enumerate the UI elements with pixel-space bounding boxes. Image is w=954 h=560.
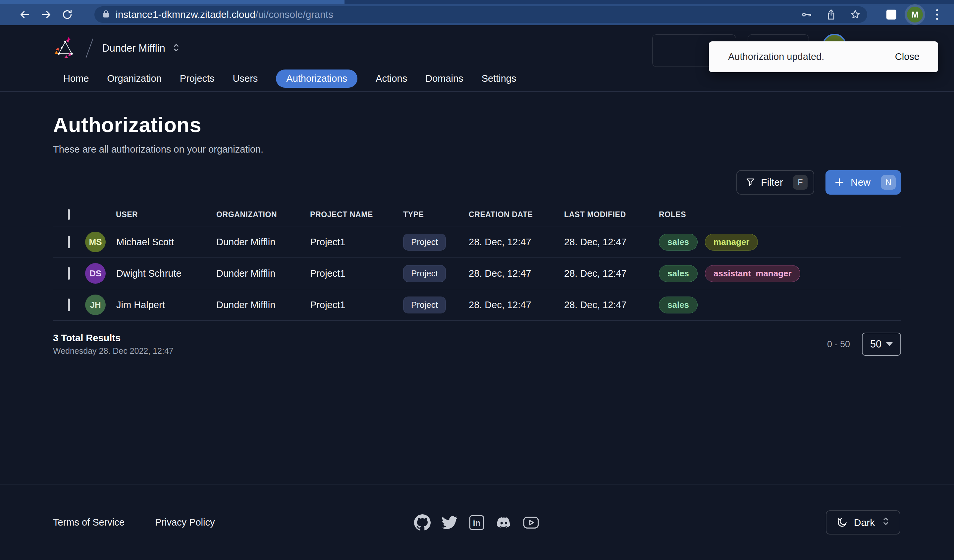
page-footer: Terms of Service Privacy Policy in [0, 485, 954, 560]
table-header-row: USER ORGANIZATION PROJECT NAME TYPE CREA… [53, 203, 901, 226]
linkedin-glyph: in [469, 515, 484, 530]
url-path: /ui/console/grants [256, 9, 333, 20]
org-switcher-icon[interactable] [172, 43, 181, 54]
org-name[interactable]: Dunder Mifflin [102, 42, 165, 54]
github-icon[interactable] [414, 514, 431, 531]
filter-label: Filter [761, 177, 783, 188]
col-roles: ROLES [659, 210, 901, 219]
page-size-select[interactable]: 50 [862, 333, 901, 356]
new-label: New [851, 177, 871, 188]
theme-unfold-icon [881, 516, 890, 529]
nav-organization[interactable]: Organization [107, 70, 161, 88]
toast-message: Authorization updated. [728, 51, 824, 62]
browser-controls: M [887, 6, 941, 22]
role-badge: sales [659, 297, 698, 313]
linkedin-icon[interactable]: in [468, 514, 485, 531]
type-badge: Project [403, 297, 446, 313]
nav-authorizations[interactable]: Authorizations [276, 70, 357, 88]
user-name: Dwight Schrute [116, 268, 182, 279]
refresh-icon [62, 9, 73, 20]
twitter-icon[interactable] [441, 514, 458, 531]
results-timestamp: Wednesday 28. Dec 2022, 12:47 [53, 346, 173, 356]
table-row[interactable]: DS Dwight Schrute Dunder Mifflin Project… [53, 258, 901, 289]
last-modified-cell: 28. Dec, 12:47 [564, 236, 659, 247]
chevron-down-icon [886, 342, 893, 346]
last-modified-cell: 28. Dec, 12:47 [564, 268, 659, 279]
browser-forward-button[interactable] [36, 6, 57, 23]
zitadel-logo-icon[interactable] [53, 36, 78, 61]
bookmark-star-icon[interactable] [850, 9, 860, 20]
nav-users[interactable]: Users [233, 70, 258, 88]
avatar: JH [85, 294, 106, 315]
nav-home[interactable]: Home [63, 70, 89, 88]
creation-date-cell: 28. Dec, 12:47 [469, 268, 564, 279]
col-last-modified: LAST MODIFIED [564, 210, 659, 219]
side-panel-icon[interactable] [887, 9, 896, 20]
page-range: 0 - 50 [827, 339, 850, 350]
creation-date-cell: 28. Dec, 12:47 [469, 236, 564, 247]
url-domain: instance1-dkmnzw.zitadel.cloud [115, 9, 256, 20]
creation-date-cell: 28. Dec, 12:47 [469, 300, 564, 310]
select-all-checkbox[interactable] [68, 209, 70, 220]
authorizations-table: USER ORGANIZATION PROJECT NAME TYPE CREA… [53, 203, 901, 321]
theme-label: Dark [854, 517, 875, 528]
organization-cell: Dunder Mifflin [216, 300, 310, 310]
type-badge: Project [403, 234, 446, 250]
nav-actions[interactable]: Actions [376, 70, 407, 88]
url-text: instance1-dkmnzw.zitadel.cloud/ui/consol… [115, 9, 801, 20]
youtube-icon[interactable] [523, 514, 539, 531]
col-type: TYPE [403, 210, 469, 219]
social-links: in [414, 514, 539, 531]
role-badge: sales [659, 234, 698, 250]
col-project-name: PROJECT NAME [310, 210, 403, 219]
nav-domains[interactable]: Domains [426, 70, 463, 88]
organization-cell: Dunder Mifflin [216, 236, 310, 247]
forward-arrow-icon [41, 9, 51, 20]
brand-divider [83, 37, 95, 60]
table-actions: Filter F New N [53, 170, 901, 194]
type-badge: Project [403, 265, 446, 282]
privacy-link[interactable]: Privacy Policy [155, 517, 215, 528]
row-checkbox[interactable] [68, 267, 70, 280]
nav-settings[interactable]: Settings [482, 70, 516, 88]
row-checkbox[interactable] [68, 236, 70, 248]
discord-icon[interactable] [496, 514, 512, 531]
filter-funnel-icon [745, 177, 756, 188]
table-row[interactable]: MS Michael Scott Dunder Mifflin Project1… [53, 226, 901, 258]
key-icon[interactable] [801, 9, 812, 20]
toast-close-button[interactable]: Close [895, 51, 920, 62]
organization-cell: Dunder Mifflin [216, 268, 310, 279]
table-row[interactable]: JH Jim Halpert Dunder Mifflin Project1 P… [53, 289, 901, 321]
role-badge: assistant_manager [705, 265, 800, 282]
new-button[interactable]: New N [825, 170, 901, 194]
browser-back-button[interactable] [14, 6, 36, 23]
project-cell: Project1 [310, 236, 403, 247]
url-bar[interactable]: instance1-dkmnzw.zitadel.cloud/ui/consol… [94, 6, 867, 23]
browser-profile-avatar[interactable]: M [907, 6, 923, 22]
main-content: Authorizations These are all authorizati… [0, 113, 954, 356]
row-checkbox[interactable] [68, 299, 70, 311]
nav-projects[interactable]: Projects [180, 70, 215, 88]
theme-selector[interactable]: Dark [826, 510, 900, 535]
user-name: Jim Halpert [116, 300, 165, 310]
share-icon[interactable] [826, 9, 836, 20]
footer-links: Terms of Service Privacy Policy [53, 517, 414, 528]
last-modified-cell: 28. Dec, 12:47 [564, 300, 659, 310]
browser-chrome: instance1-dkmnzw.zitadel.cloud/ui/consol… [0, 0, 954, 25]
filter-button[interactable]: Filter F [736, 170, 814, 194]
terms-link[interactable]: Terms of Service [53, 517, 125, 528]
paginator: 0 - 50 50 [827, 333, 901, 356]
role-badge: manager [705, 234, 758, 250]
table-footer: 3 Total Results Wednesday 28. Dec 2022, … [53, 333, 901, 356]
omnibox-actions [801, 9, 860, 20]
moon-icon [836, 517, 847, 528]
lock-icon [102, 9, 110, 20]
browser-active-tab[interactable] [0, 0, 344, 4]
avatar: DS [85, 263, 106, 284]
browser-menu-icon[interactable] [934, 8, 941, 21]
page-title: Authorizations [53, 113, 901, 137]
col-user: USER [85, 210, 216, 219]
user-name: Michael Scott [116, 236, 174, 247]
project-cell: Project1 [310, 268, 403, 279]
browser-refresh-button[interactable] [57, 6, 78, 23]
